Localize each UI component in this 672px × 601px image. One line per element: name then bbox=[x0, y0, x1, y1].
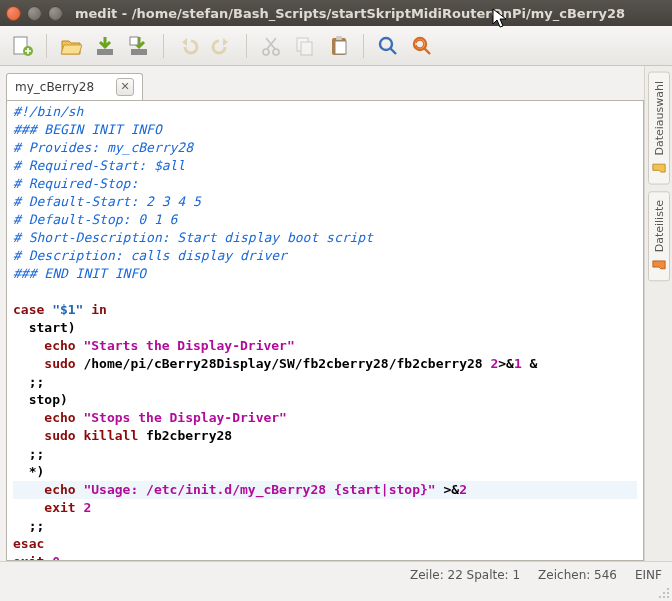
save-button[interactable] bbox=[91, 32, 119, 60]
svg-point-16 bbox=[667, 592, 669, 594]
svg-rect-8 bbox=[301, 42, 312, 55]
file-selector-label: Dateiauswahl bbox=[652, 81, 665, 156]
find-replace-button[interactable] bbox=[408, 32, 436, 60]
svg-point-17 bbox=[659, 596, 661, 598]
svg-point-18 bbox=[663, 596, 665, 598]
find-button[interactable] bbox=[374, 32, 402, 60]
svg-point-6 bbox=[273, 49, 279, 55]
svg-rect-2 bbox=[97, 49, 113, 55]
char-count: Zeichen: 546 bbox=[538, 568, 617, 582]
cursor-position: Zeile: 22 Spalte: 1 bbox=[410, 568, 520, 582]
svg-rect-11 bbox=[336, 36, 342, 40]
file-selector-tab[interactable]: Dateiauswahl bbox=[648, 72, 670, 185]
code-editor[interactable]: #!/bin/sh ### BEGIN INIT INFO # Provides… bbox=[6, 100, 644, 561]
window-maximize-button[interactable] bbox=[48, 6, 63, 21]
folder-open-icon bbox=[652, 258, 666, 272]
side-panel-tabs: Dateiauswahl Dateiliste bbox=[644, 66, 672, 561]
undo-button[interactable] bbox=[174, 32, 202, 60]
tab-label: my_cBerry28 bbox=[15, 80, 94, 94]
resize-grip[interactable] bbox=[656, 585, 670, 599]
file-list-label: Dateiliste bbox=[652, 200, 665, 252]
editor-area: my_cBerry28 ✕ #!/bin/sh ### BEGIN INIT I… bbox=[0, 66, 644, 561]
folder-icon bbox=[652, 162, 666, 176]
copy-button[interactable] bbox=[291, 32, 319, 60]
window-title: medit - /home/stefan/Bash_Scripts/startS… bbox=[75, 6, 625, 21]
save-as-button[interactable] bbox=[125, 32, 153, 60]
toolbar-separator bbox=[363, 34, 364, 58]
window-minimize-button[interactable] bbox=[27, 6, 42, 21]
tab-active[interactable]: my_cBerry28 ✕ bbox=[6, 73, 143, 100]
svg-rect-4 bbox=[130, 37, 138, 45]
titlebar: medit - /home/stefan/Bash_Scripts/startS… bbox=[0, 0, 672, 26]
toolbar-separator bbox=[46, 34, 47, 58]
file-list-tab[interactable]: Dateiliste bbox=[648, 191, 670, 281]
statusbar: Zeile: 22 Spalte: 1 Zeichen: 546 EINF bbox=[0, 561, 672, 587]
code-content[interactable]: #!/bin/sh ### BEGIN INIT INFO # Provides… bbox=[7, 101, 643, 561]
svg-point-19 bbox=[667, 596, 669, 598]
svg-point-15 bbox=[663, 592, 665, 594]
document-tabs: my_cBerry28 ✕ bbox=[6, 72, 644, 100]
cut-button[interactable] bbox=[257, 32, 285, 60]
new-file-button[interactable] bbox=[8, 32, 36, 60]
paste-button[interactable] bbox=[325, 32, 353, 60]
open-file-button[interactable] bbox=[57, 32, 85, 60]
svg-point-14 bbox=[667, 588, 669, 590]
svg-rect-10 bbox=[335, 41, 346, 54]
window-close-button[interactable] bbox=[6, 6, 21, 21]
toolbar bbox=[0, 26, 672, 66]
window-controls bbox=[6, 6, 63, 21]
tab-close-button[interactable]: ✕ bbox=[116, 78, 134, 96]
svg-rect-3 bbox=[131, 49, 147, 55]
svg-point-5 bbox=[263, 49, 269, 55]
toolbar-separator bbox=[246, 34, 247, 58]
main-area: my_cBerry28 ✕ #!/bin/sh ### BEGIN INIT I… bbox=[0, 66, 672, 561]
insert-mode: EINF bbox=[635, 568, 662, 582]
redo-button[interactable] bbox=[208, 32, 236, 60]
toolbar-separator bbox=[163, 34, 164, 58]
